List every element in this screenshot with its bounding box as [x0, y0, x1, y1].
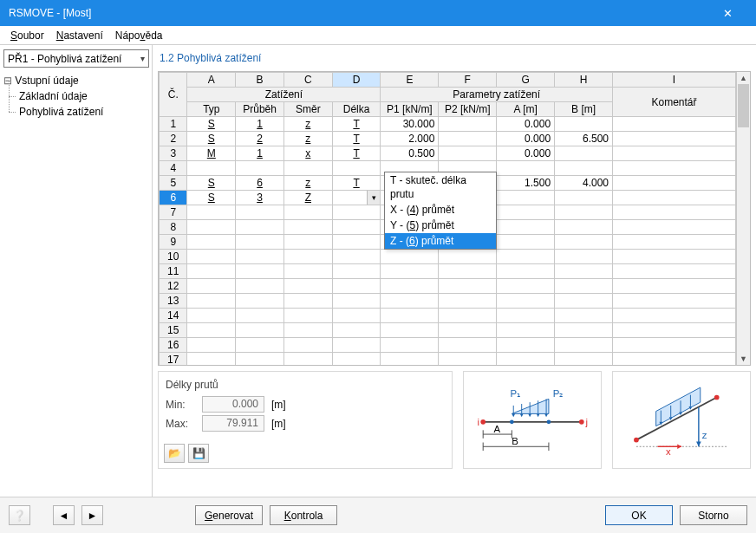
col-letter: B: [236, 73, 284, 88]
min-value: 0.000: [202, 396, 264, 413]
row-number: 13: [160, 294, 187, 309]
col-letter: A: [187, 73, 236, 88]
svg-marker-8: [528, 413, 531, 417]
tree-item-pohybliva[interactable]: Pohyblivá zatížení: [3, 104, 148, 120]
table-row[interactable]: 17: [160, 353, 736, 366]
row-number: 7: [160, 205, 187, 220]
dropdown-opt-x[interactable]: X - (4) průmět: [385, 202, 496, 218]
col-letter: G: [497, 73, 555, 88]
next-button[interactable]: ►: [81, 505, 103, 525]
diagram-1: P₁ P₂ i j A B: [463, 371, 602, 469]
open-folder-button[interactable]: 📂: [164, 444, 185, 463]
storno-button[interactable]: Storno: [680, 505, 747, 525]
svg-point-29: [634, 438, 639, 443]
save-button[interactable]: 💾: [188, 444, 209, 463]
tree-root[interactable]: Vstupní údaje: [3, 73, 148, 88]
max-label: Max:: [166, 418, 195, 430]
row-number: 8: [160, 220, 187, 235]
table-row[interactable]: 3M1xT0.5000.000: [160, 146, 736, 161]
table-row[interactable]: 15: [160, 323, 736, 338]
table-row[interactable]: 16: [160, 338, 736, 353]
prev-button[interactable]: ◄: [53, 505, 75, 525]
col-letter: I: [613, 73, 736, 88]
dropdown-opt-t[interactable]: T - skuteč. délka prutu: [385, 172, 496, 202]
col-letter: E: [381, 73, 439, 88]
row-number: 9: [160, 235, 187, 250]
svg-marker-45: [696, 442, 701, 447]
nav-tree: Vstupní údaje Základní údaje Pohyblivá z…: [3, 73, 148, 120]
col-rownum: Č.: [160, 73, 187, 117]
svg-point-15: [579, 419, 584, 425]
col-letter: D: [332, 73, 381, 88]
row-number: 4: [160, 161, 187, 176]
col-header: Směr: [284, 102, 332, 117]
row-number: 5: [160, 176, 187, 191]
svg-text:P₂: P₂: [553, 388, 564, 399]
scroll-up-icon[interactable]: ▲: [737, 72, 750, 84]
svg-text:A: A: [494, 424, 501, 434]
table-row[interactable]: 12: [160, 279, 736, 294]
kontrola-button[interactable]: Kontrola: [270, 505, 337, 525]
svg-marker-4: [512, 413, 515, 417]
col-group-zatizeni: Zatížení: [187, 88, 381, 102]
col-komentar: Komentář: [613, 88, 736, 117]
table-row[interactable]: 10: [160, 250, 736, 264]
svg-marker-31: [656, 387, 701, 426]
lengths-panel: Délky prutů Min: 0.000 [m] Max: 79.911 […: [158, 371, 453, 469]
svg-text:j: j: [585, 417, 589, 427]
menu-nastaveni[interactable]: Nastavení: [51, 28, 108, 43]
svg-point-16: [510, 420, 514, 425]
svg-text:z: z: [702, 430, 707, 440]
chevron-down-icon: ▾: [367, 191, 380, 205]
col-header: Průběh: [236, 102, 284, 117]
col-header: Typ: [187, 102, 236, 117]
delka-cell-dropdown[interactable]: ▾: [332, 191, 381, 205]
chevron-down-icon: ▾: [140, 54, 145, 63]
svg-text:B: B: [512, 436, 518, 446]
table-row[interactable]: 14: [160, 309, 736, 323]
menu-soubor[interactable]: Soubor: [5, 28, 49, 43]
table-row[interactable]: 13: [160, 294, 736, 309]
window-title: RSMOVE - [Most]: [9, 7, 91, 19]
svg-marker-6: [520, 413, 524, 417]
svg-marker-10: [537, 413, 540, 417]
row-number: 6: [160, 191, 187, 205]
svg-point-14: [480, 419, 486, 425]
table-row[interactable]: 1S1zT30.0000.000: [160, 117, 736, 132]
svg-text:x: x: [666, 446, 671, 457]
generovat-button[interactable]: Generovat: [195, 505, 263, 525]
col-header: A [m]: [497, 102, 555, 117]
lengths-title: Délky prutů: [166, 379, 445, 391]
row-number: 10: [160, 250, 187, 264]
scroll-thumb[interactable]: [738, 84, 749, 127]
ok-button[interactable]: OK: [605, 505, 673, 525]
svg-point-17: [547, 420, 551, 425]
case-combo[interactable]: PŘ1 - Pohyblivá zatížení ▾: [3, 49, 149, 68]
table-row[interactable]: 11: [160, 264, 736, 279]
col-letter: F: [439, 73, 497, 88]
vertical-scrollbar[interactable]: ▲ ▼: [736, 72, 750, 365]
section-title: 1.2 Pohyblivá zatížení: [158, 50, 751, 66]
row-number: 3: [160, 146, 187, 161]
row-number: 12: [160, 279, 187, 294]
scroll-down-icon[interactable]: ▼: [737, 353, 750, 365]
col-letter: C: [284, 73, 332, 88]
dropdown-opt-y[interactable]: Y - (5) průmět: [385, 218, 496, 233]
title-bar: RSMOVE - [Most] ✕: [0, 0, 756, 26]
tree-item-zakladni[interactable]: Základní údaje: [3, 88, 148, 104]
col-header: B [m]: [555, 102, 613, 117]
close-button[interactable]: ✕: [708, 0, 747, 26]
col-header: P1 [kN/m]: [381, 102, 439, 117]
row-number: 2: [160, 132, 187, 146]
svg-text:P₁: P₁: [510, 388, 520, 399]
dropdown-opt-z[interactable]: Z - (6) průmět: [385, 233, 496, 249]
row-number: 15: [160, 323, 187, 338]
row-number: 14: [160, 309, 187, 323]
help-button[interactable]: ❔: [9, 505, 30, 525]
table-row[interactable]: 2S2zT2.0000.0006.500: [160, 132, 736, 146]
svg-marker-12: [544, 413, 548, 417]
menu-napoveda[interactable]: Nápověda: [110, 28, 168, 43]
delka-dropdown[interactable]: T - skuteč. délka prutu X - (4) průmět Y…: [384, 172, 497, 250]
svg-marker-42: [677, 444, 681, 449]
max-value: 79.911: [202, 415, 264, 432]
